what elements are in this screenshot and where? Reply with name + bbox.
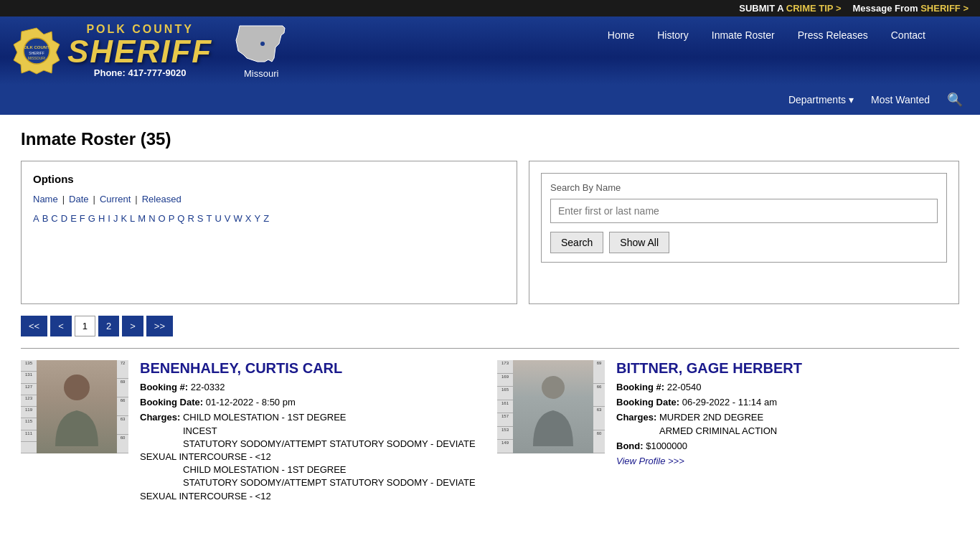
options-title: Options <box>33 173 505 185</box>
ruler-left: 135 131 127 123 119 115 111 <box>21 360 37 453</box>
person-silhouette-icon <box>524 367 582 446</box>
pagination-last[interactable]: >> <box>146 316 173 336</box>
inmate-info: BITTNER, GAGE HERBERT Booking #: 22-0540… <box>616 360 959 466</box>
alpha-N[interactable]: N <box>149 213 155 224</box>
show-all-button[interactable]: Show All <box>609 232 669 253</box>
search-button[interactable]: Search <box>550 232 603 253</box>
inmate-info: BENENHALEY, CURTIS CARL Booking #: 22-03… <box>140 360 483 505</box>
view-profile-link[interactable]: View Profile >>> <box>616 456 684 466</box>
inmate-booking-number: Booking #: 22-0332 <box>140 381 483 394</box>
inmate-photo: 135 131 127 123 119 115 111 <box>21 360 128 453</box>
sheriff-branding: POLK COUNTY SHERIFF Phone: 417-777-9020 <box>67 23 212 78</box>
content-divider <box>21 348 959 349</box>
page-title: Inmate Roster (35) <box>21 129 959 149</box>
alpha-D[interactable]: D <box>61 213 67 224</box>
inmate-bond: Bond: $1000000 <box>616 440 959 453</box>
alpha-F[interactable]: F <box>80 213 85 224</box>
submit-crime-tip-link[interactable]: SUBMIT A CRIME TIP > <box>739 3 841 14</box>
alpha-G[interactable]: G <box>88 213 95 224</box>
chevron-down-icon: ▾ <box>849 94 854 105</box>
search-input[interactable] <box>550 199 938 223</box>
alpha-T[interactable]: T <box>207 213 212 224</box>
alpha-L[interactable]: L <box>130 213 135 224</box>
inmate-card: 135 131 127 123 119 115 111 <box>21 360 483 505</box>
alpha-Z[interactable]: Z <box>263 213 269 224</box>
alpha-K[interactable]: K <box>121 213 127 224</box>
alpha-W[interactable]: W <box>234 213 242 224</box>
sheriff-badge-icon: POLK COUNTY SHERIFF MISSOURI <box>11 26 62 76</box>
nav-inmate-roster[interactable]: Inmate Roster <box>700 22 786 48</box>
alpha-H[interactable]: H <box>98 213 105 224</box>
search-toggle-button[interactable]: 🔍 <box>941 89 969 110</box>
alpha-J[interactable]: J <box>113 213 118 224</box>
inmate-card: 173 169 165 161 157 153 149 <box>497 360 959 505</box>
alpha-B[interactable]: B <box>42 213 49 224</box>
sheriff-title: SHERIFF <box>67 36 212 67</box>
nav-history[interactable]: History <box>646 22 700 48</box>
secondary-navigation: Departments ▾ Most Wanted 🔍 <box>0 85 980 115</box>
inmate-booking-number: Booking #: 22-0540 <box>616 381 959 394</box>
pagination: << < 1 2 > >> <box>21 316 959 336</box>
inmate-photo: 173 169 165 161 157 153 149 <box>497 360 605 453</box>
main-navigation: Home History Inmate Roster Press Release… <box>596 22 937 48</box>
alpha-S[interactable]: S <box>197 213 204 224</box>
departments-dropdown[interactable]: Departments ▾ <box>783 91 859 108</box>
alpha-M[interactable]: M <box>138 213 146 224</box>
options-search-row: Options Name | Date | Current | Released… <box>21 161 959 304</box>
alpha-E[interactable]: E <box>70 213 77 224</box>
message-from-sheriff-link[interactable]: Message From SHERIFF > <box>853 3 969 14</box>
inmate-booking-date: Booking Date: 06-29-2022 - 11:14 am <box>616 396 959 409</box>
alpha-X[interactable]: X <box>245 213 252 224</box>
svg-point-7 <box>542 376 565 399</box>
options-box: Options Name | Date | Current | Released… <box>21 161 517 304</box>
search-buttons: Search Show All <box>550 232 938 253</box>
svg-text:MISSOURI: MISSOURI <box>28 56 46 60</box>
filter-current-link[interactable]: Current <box>100 194 131 204</box>
state-label: Missouri <box>244 68 278 79</box>
alpha-I[interactable]: I <box>108 213 110 224</box>
alpha-C[interactable]: C <box>51 213 57 224</box>
inmate-name: BENENHALEY, CURTIS CARL <box>140 360 483 377</box>
ruler-right: 69 66 63 60 <box>593 360 605 453</box>
search-by-name-label: Search By Name <box>550 182 938 193</box>
alpha-Y[interactable]: Y <box>254 213 260 224</box>
most-wanted-link[interactable]: Most Wanted <box>865 91 936 108</box>
alpha-Q[interactable]: Q <box>177 213 184 224</box>
filter-name-link[interactable]: Name <box>33 194 58 204</box>
inmate-charges: Charges: MURDER 2ND DEGREE ARMED CRIMINA… <box>616 411 959 437</box>
inmate-charges: Charges: CHILD MOLESTATION - 1ST DEGREE … <box>140 411 483 502</box>
filter-date-link[interactable]: Date <box>69 194 88 204</box>
alpha-V[interactable]: V <box>225 213 231 224</box>
nav-contact[interactable]: Contact <box>880 22 937 48</box>
pagination-next[interactable]: > <box>122 316 143 336</box>
inmate-booking-date: Booking Date: 01-12-2022 - 8:50 pm <box>140 396 483 409</box>
alpha-R[interactable]: R <box>187 213 194 224</box>
alpha-filter-links: A B C D E F G H I J K L M N O P Q R S T <box>33 213 505 224</box>
svg-text:SHERIFF: SHERIFF <box>29 51 44 55</box>
top-bar: SUBMIT A CRIME TIP > Message From SHERIF… <box>0 0 980 17</box>
pagination-first[interactable]: << <box>21 316 47 336</box>
ruler-left: 173 169 165 161 157 153 149 <box>497 360 513 453</box>
inmate-name: BITTNER, GAGE HERBERT <box>616 360 959 377</box>
alpha-P[interactable]: P <box>169 213 175 224</box>
inmates-grid: 135 131 127 123 119 115 111 <box>21 360 959 505</box>
alpha-A[interactable]: A <box>33 213 39 224</box>
filter-released-link[interactable]: Released <box>142 194 182 204</box>
missouri-map-icon <box>232 22 290 65</box>
pagination-page-2[interactable]: 2 <box>98 316 119 336</box>
svg-point-5 <box>260 42 265 46</box>
phone-line: Phone: 417-777-9020 <box>94 67 187 78</box>
alpha-O[interactable]: O <box>159 213 166 224</box>
filter-links: Name | Date | Current | Released <box>33 194 505 204</box>
photo-image <box>37 360 117 453</box>
alpha-U[interactable]: U <box>215 213 221 224</box>
nav-press-releases[interactable]: Press Releases <box>786 22 880 48</box>
svg-text:POLK COUNTY: POLK COUNTY <box>21 45 52 50</box>
search-inner: Search By Name Search Show All <box>541 173 947 263</box>
pagination-prev[interactable]: < <box>50 316 72 336</box>
photo-image <box>513 360 593 453</box>
ruler-right: 72 69 66 63 60 <box>117 360 128 453</box>
nav-home[interactable]: Home <box>596 22 646 48</box>
search-by-name-box: Search By Name Search Show All <box>529 161 959 304</box>
pagination-page-1[interactable]: 1 <box>75 316 95 336</box>
